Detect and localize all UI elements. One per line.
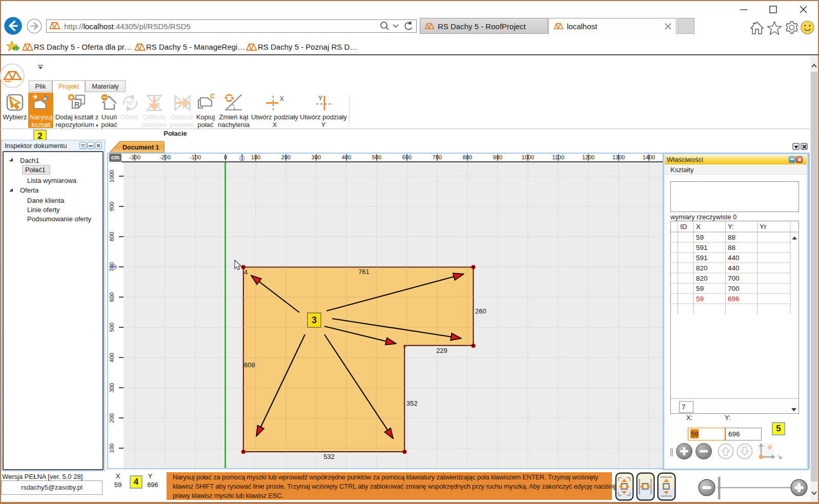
svg-text:88: 88: [728, 244, 735, 251]
svg-text:1200: 1200: [582, 154, 595, 160]
svg-text:761: 761: [358, 268, 370, 276]
svg-text:200: 200: [109, 413, 115, 423]
svg-text:400: 400: [342, 154, 351, 160]
svg-text:3: 3: [312, 315, 317, 325]
svg-text:59: 59: [696, 285, 704, 292]
svg-text:300: 300: [109, 383, 115, 392]
svg-text:59: 59: [696, 234, 704, 241]
svg-text:ID: ID: [680, 223, 687, 230]
svg-text:600: 600: [402, 154, 412, 160]
svg-text:400: 400: [109, 353, 115, 362]
svg-text:-300: -300: [129, 154, 140, 160]
svg-text:700: 700: [433, 154, 442, 160]
svg-text:Y: Y: [318, 95, 322, 102]
svg-text:7: 7: [682, 403, 686, 411]
svg-text:Document 1: Document 1: [122, 144, 159, 151]
svg-text:900: 900: [493, 154, 502, 160]
svg-text:1400: 1400: [643, 154, 655, 160]
svg-text:500: 500: [372, 154, 381, 160]
svg-text:1000: 1000: [522, 154, 534, 160]
svg-text:820: 820: [696, 275, 708, 282]
svg-text:C: C: [210, 94, 215, 100]
svg-text:200: 200: [281, 154, 291, 160]
svg-text:608: 608: [244, 361, 255, 369]
svg-text:229: 229: [436, 347, 447, 354]
svg-text:500: 500: [109, 323, 115, 332]
svg-text:800: 800: [109, 232, 115, 241]
svg-text:4: 4: [244, 268, 248, 276]
svg-text:900: 900: [109, 202, 115, 211]
svg-text:59: 59: [696, 295, 704, 303]
svg-text:90°: 90°: [126, 100, 135, 106]
svg-text:300: 300: [312, 154, 321, 160]
svg-text:1100: 1100: [552, 154, 564, 160]
svg-text:X: X: [696, 223, 701, 230]
svg-text:440: 440: [728, 254, 740, 262]
svg-text:591: 591: [696, 254, 708, 262]
svg-text:600: 600: [109, 292, 115, 302]
svg-text:-100: -100: [190, 154, 201, 160]
svg-text:100: 100: [109, 444, 115, 453]
svg-text:352: 352: [406, 400, 418, 407]
svg-text:700: 700: [728, 275, 740, 282]
svg-text:Yr: Yr: [760, 223, 767, 230]
svg-text:Y:: Y:: [728, 223, 734, 230]
svg-text:X: X: [280, 95, 284, 102]
svg-text:1300: 1300: [612, 154, 625, 160]
svg-text:-200: -200: [159, 154, 171, 160]
svg-text:700: 700: [728, 285, 740, 292]
svg-text:532: 532: [323, 453, 335, 460]
svg-text:260: 260: [475, 307, 486, 315]
svg-text:0: 0: [224, 154, 227, 160]
svg-text:591: 591: [696, 244, 708, 251]
svg-text:800: 800: [463, 154, 472, 160]
svg-text:1000: 1000: [109, 170, 115, 182]
svg-text:820: 820: [696, 264, 708, 272]
svg-text:440: 440: [728, 264, 740, 272]
svg-text:R: R: [74, 100, 79, 109]
svg-text:100: 100: [251, 154, 260, 160]
svg-text:696: 696: [728, 295, 740, 303]
svg-text:88: 88: [728, 234, 735, 241]
